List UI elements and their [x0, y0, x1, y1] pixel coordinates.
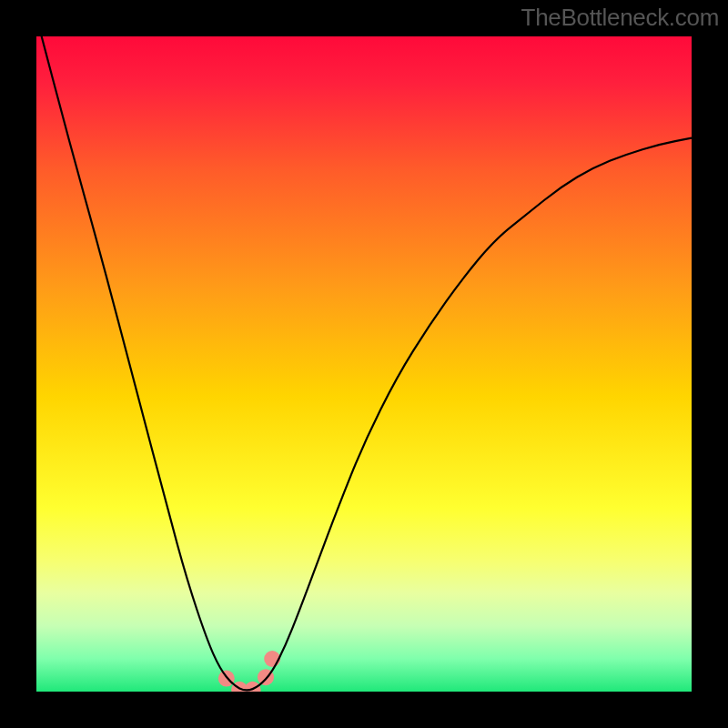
plot-area	[36, 36, 692, 692]
chart-svg	[36, 36, 692, 692]
frame: TheBottleneck.com	[0, 0, 728, 728]
watermark-text: TheBottleneck.com	[521, 4, 719, 32]
gradient-rect	[36, 36, 692, 692]
